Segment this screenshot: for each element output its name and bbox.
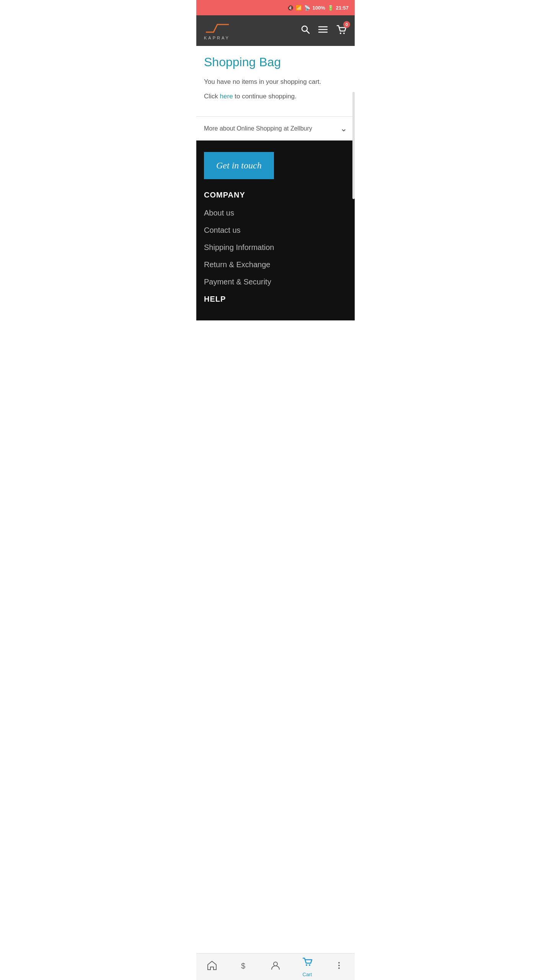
svg-point-7 xyxy=(343,33,345,34)
signal-icon: 📡 xyxy=(304,5,310,11)
get-in-touch-wrapper: Get in touch xyxy=(204,152,347,179)
battery-icon: 🔋 xyxy=(328,5,334,11)
about-us-link[interactable]: About us xyxy=(204,209,347,217)
company-section-title: COMPANY xyxy=(204,191,347,199)
continue-text: Click here to continue shopping. xyxy=(204,91,347,101)
logo-container[interactable]: KAPRAY xyxy=(204,21,231,40)
get-in-touch-button[interactable]: Get in touch xyxy=(204,152,274,179)
header: KAPRAY 0 xyxy=(196,15,355,46)
wifi-icon: 📶 xyxy=(296,5,302,11)
battery-percentage: 100% xyxy=(313,5,325,11)
more-about-section[interactable]: More about Online Shopping at Zellbury ⌄ xyxy=(196,116,355,140)
time-display: 21:57 xyxy=(336,5,349,11)
return-exchange-link[interactable]: Return & Exchange xyxy=(204,260,347,269)
footer: Get in touch COMPANY About us Contact us… xyxy=(196,140,355,320)
search-button[interactable] xyxy=(300,24,310,37)
mute-icon: 🔇 xyxy=(287,5,293,11)
footer-company-section: COMPANY About us Contact us Shipping Inf… xyxy=(204,191,347,286)
continue-suffix: to continue shopping. xyxy=(233,93,297,100)
contact-us-link[interactable]: Contact us xyxy=(204,226,347,235)
logo-svg xyxy=(204,21,231,35)
here-link[interactable]: here xyxy=(220,93,233,100)
chevron-down-icon: ⌄ xyxy=(340,124,347,134)
shipping-info-link[interactable]: Shipping Information xyxy=(204,243,347,252)
page-title: Shopping Bag xyxy=(204,55,347,69)
cart-button[interactable]: 0 xyxy=(336,24,347,37)
cart-badge: 0 xyxy=(343,21,350,28)
status-bar: 🔇 📶 📡 100% 🔋 21:57 xyxy=(196,0,355,15)
continue-prefix: Click xyxy=(204,93,220,100)
more-about-text: More about Online Shopping at Zellbury xyxy=(204,125,312,132)
svg-point-6 xyxy=(340,33,341,34)
menu-button[interactable] xyxy=(318,24,328,37)
status-bar-icons: 🔇 📶 📡 100% 🔋 21:57 xyxy=(287,5,349,11)
scrollbar[interactable] xyxy=(352,92,355,199)
main-content: Shopping Bag You have no items in your s… xyxy=(196,46,355,109)
help-section-title: HELP xyxy=(204,295,347,304)
payment-security-link[interactable]: Payment & Security xyxy=(204,278,347,286)
logo-text: KAPRAY xyxy=(204,36,230,40)
header-icons: 0 xyxy=(300,24,347,37)
empty-cart-message: You have no items in your shopping cart. xyxy=(204,77,347,87)
footer-help-section: HELP xyxy=(204,295,347,304)
svg-line-2 xyxy=(307,31,310,34)
